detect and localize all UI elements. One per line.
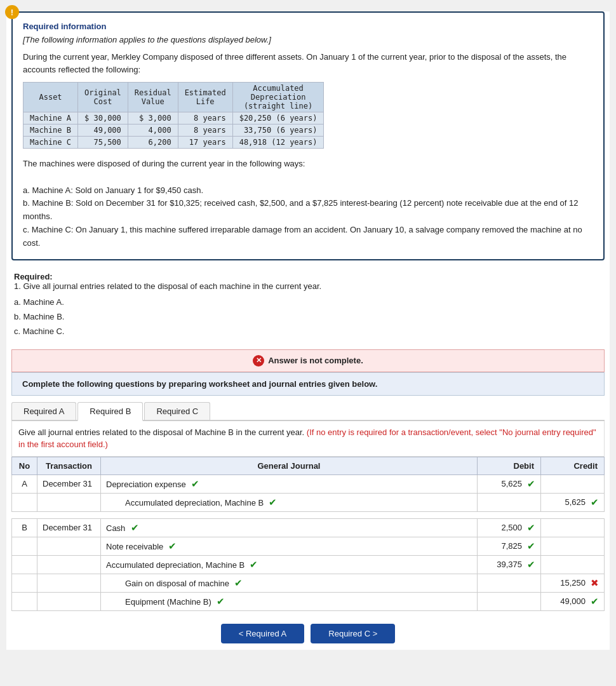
debit-check-icon: ✔ — [527, 522, 535, 534]
machine-list-item-b: b. Machine B. — [14, 309, 602, 324]
col-header-asset: Asset — [23, 83, 78, 112]
machine-a-life: 8 years — [178, 112, 232, 124]
entry-debit[interactable] — [478, 493, 541, 511]
credit-check-icon: ✔ — [591, 497, 599, 508]
col-header-estimated-life: EstimatedLife — [178, 83, 232, 112]
entry-debit[interactable]: 2,500✔ — [478, 518, 541, 537]
entry-debit[interactable]: 39,375✔ — [478, 555, 541, 574]
entry-transaction — [37, 537, 101, 555]
entry-debit[interactable]: 7,825✔ — [478, 537, 541, 555]
machine-c-name: Machine C — [23, 137, 78, 149]
entry-account[interactable]: Note receivable ✔ — [101, 537, 478, 555]
col-header-no: No — [12, 457, 37, 474]
tabs-row: Required A Required B Required C — [11, 402, 605, 421]
prev-button[interactable]: < Required A — [221, 624, 305, 643]
machine-list: a. Machine A. b. Machine B. c. Machine C… — [14, 295, 602, 339]
debit-check-icon: ✔ — [527, 559, 535, 570]
check-green-icon: ✔ — [128, 522, 138, 533]
machine-a-residual: $ 3,000 — [128, 112, 178, 124]
entry-credit[interactable]: 49,000✔ — [541, 592, 605, 610]
entry-transaction: December 31 — [37, 518, 101, 537]
credit-error-icon: ✖ — [591, 577, 599, 589]
tab-required-c[interactable]: Required C — [144, 402, 210, 420]
complete-instructions: Complete the following questions by prep… — [11, 372, 605, 396]
disposal-text: The machines were disposed of during the… — [23, 158, 593, 250]
entry-credit[interactable] — [541, 518, 605, 537]
col-header-original-cost: OriginalCost — [78, 83, 128, 112]
entry-no — [12, 592, 37, 610]
spacer-cell — [541, 511, 605, 518]
tab-required-b[interactable]: Required B — [77, 402, 143, 421]
main-container: ! Required information [The following in… — [6, 11, 610, 650]
machine-list-item-c: c. Machine C. — [14, 324, 602, 339]
col-header-credit: Credit — [541, 457, 605, 474]
spacer-cell — [12, 511, 37, 518]
disposal-item-b: b. Machine B: Sold on December 31 for $1… — [23, 197, 593, 224]
machine-c-depreciation: 48,918 (12 years) — [232, 137, 324, 149]
required-label: Required: — [14, 272, 602, 281]
entry-debit[interactable] — [478, 592, 541, 610]
check-green-icon: ✔ — [214, 596, 225, 607]
next-button[interactable]: Required C > — [311, 624, 395, 643]
entry-credit[interactable] — [541, 537, 605, 555]
table-row: Gain on disposal of machine ✔15,250✖ — [12, 574, 605, 592]
debit-check-icon: ✔ — [527, 478, 535, 490]
entry-debit[interactable]: 5,625✔ — [478, 474, 541, 493]
disposal-item-a: a. Machine A: Sold on January 1 for $9,4… — [23, 184, 593, 198]
entry-no — [12, 555, 37, 574]
entry-account[interactable]: Accumulated depreciation, Machine B ✔ — [101, 493, 478, 511]
check-green-icon: ✔ — [232, 577, 243, 588]
machine-a-depreciation: $20,250 (6 years) — [232, 112, 324, 124]
col-header-accumulated-depreciation: AccumulatedDepreciation(straight line) — [232, 83, 324, 112]
required-question: 1. Give all journal entries related to t… — [14, 281, 602, 291]
check-green-icon: ✔ — [266, 497, 277, 508]
table-row: Note receivable ✔7,825✔ — [12, 537, 605, 555]
entry-no — [12, 574, 37, 592]
spacer-cell — [37, 511, 101, 518]
machine-b-life: 8 years — [178, 124, 232, 137]
machine-c-residual: 6,200 — [128, 137, 178, 149]
machine-b-name: Machine B — [23, 124, 78, 137]
entry-account[interactable]: Equipment (Machine B) ✔ — [101, 592, 478, 610]
entry-no: A — [12, 474, 37, 493]
answer-not-complete-text: Answer is not complete. — [268, 356, 363, 365]
entry-credit[interactable]: 5,625✔ — [541, 493, 605, 511]
debit-check-icon: ✔ — [527, 541, 535, 552]
machine-b-depreciation: 33,750 (6 years) — [232, 124, 324, 137]
entry-account[interactable]: Accumulated depreciation, Machine B ✔ — [101, 555, 478, 574]
info-box: ! Required information [The following in… — [11, 11, 605, 260]
table-row: BDecember 31Cash ✔2,500✔ — [12, 518, 605, 537]
entry-no — [12, 537, 37, 555]
table-row: Machine A $ 30,000 $ 3,000 8 years $20,2… — [23, 112, 324, 124]
entry-credit[interactable]: 15,250✖ — [541, 574, 605, 592]
disposal-item-c: c. Machine C: On January 1, this machine… — [23, 224, 593, 250]
entry-debit[interactable] — [478, 574, 541, 592]
entry-transaction — [37, 574, 101, 592]
entry-account[interactable]: Cash ✔ — [101, 518, 478, 537]
col-header-residual-value: ResidualValue — [128, 83, 178, 112]
entry-transaction: December 31 — [37, 474, 101, 493]
entry-account[interactable]: Gain on disposal of machine ✔ — [101, 574, 478, 592]
x-icon: ✕ — [253, 355, 264, 367]
table-row: Machine B 49,000 4,000 8 years 33,750 (6… — [23, 124, 324, 137]
entry-no — [12, 493, 37, 511]
machine-b-residual: 4,000 — [128, 124, 178, 137]
table-row: Accumulated depreciation, Machine B ✔5,6… — [12, 493, 605, 511]
machine-b-cost: 49,000 — [78, 124, 128, 137]
spacer-cell — [101, 511, 478, 518]
table-row: Accumulated depreciation, Machine B ✔39,… — [12, 555, 605, 574]
entry-credit[interactable] — [541, 555, 605, 574]
assets-table: Asset OriginalCost ResidualValue Estimat… — [23, 82, 324, 149]
machine-c-cost: 75,500 — [78, 137, 128, 149]
entry-account[interactable]: Depreciation expense ✔ — [101, 474, 478, 493]
entry-transaction — [37, 555, 101, 574]
spacer-row — [12, 511, 605, 518]
required-section: Required: 1. Give all journal entries re… — [6, 266, 610, 343]
tab-instruction-main: Give all journal entries related to the … — [18, 427, 304, 437]
alert-icon: ! — [5, 5, 19, 19]
intro-text: During the current year, Merkley Company… — [23, 51, 593, 76]
entry-transaction — [37, 493, 101, 511]
col-header-general-journal: General Journal — [101, 457, 478, 474]
tab-required-a[interactable]: Required A — [11, 402, 76, 420]
entry-credit[interactable] — [541, 474, 605, 493]
